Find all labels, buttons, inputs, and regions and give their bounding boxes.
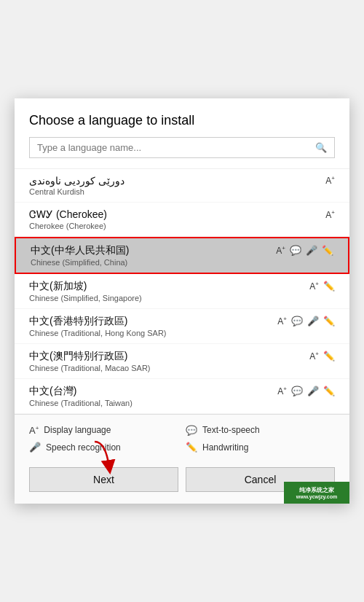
legend-speech-rec: 🎤 Speech recognition	[29, 442, 178, 453]
lang-native-chinese-traditional-macao: 中文(澳門特別行政區)	[29, 350, 127, 363]
lang-item-central-kurdish[interactable]: دورێی کوردیی ناوەندی A+ Central Kurdish	[15, 169, 349, 203]
language-install-dialog: Choose a language to install 🔍 دورێی کور…	[15, 98, 349, 504]
lang-native-chinese-traditional-hk: 中文(香港特別行政區)	[29, 315, 127, 328]
lang-item-cherokee[interactable]: ᏣᎳᎩ (Cherokee) A+ Cherokee (Cherokee)	[15, 203, 349, 237]
lang-english-chinese-traditional-hk: Chinese (Traditional, Hong Kong SAR)	[29, 329, 335, 337]
lang-item-chinese-simplified-china[interactable]: 中文(中华人民共和国) A+💬🎤✏️ Chinese (Simplified, …	[15, 237, 349, 274]
legend-tts-label: Text-to-speech	[202, 425, 260, 435]
speech-icon: 💬	[186, 425, 197, 436]
lang-english-chinese-simplified-china: Chinese (Simplified, China)	[31, 258, 333, 267]
lang-english-central-kurdish: Central Kurdish	[29, 187, 335, 196]
legend-display-label: Display language	[44, 425, 111, 435]
legend-display: A+ Display language	[29, 425, 178, 436]
watermark: 纯净系统之家 www.ycwjzy.com	[284, 482, 349, 504]
legend-speech-label: Speech recognition	[46, 442, 121, 453]
lang-item-chinese-traditional-hk[interactable]: 中文(香港特別行政區) A+💬🎤✏️ Chinese (Traditional,…	[15, 309, 349, 344]
lang-icons-chinese-traditional-taiwan: A+💬🎤✏️	[277, 386, 335, 396]
search-icon: 🔍	[315, 142, 327, 153]
lang-icons-cherokee: A+	[325, 209, 335, 220]
lang-icons-central-kurdish: A+	[325, 175, 335, 186]
lang-native-chinese-simplified-singapore: 中文(新加坡)	[29, 280, 87, 293]
mic-icon: 🎤	[29, 442, 41, 453]
legend-handwriting-label: Handwriting	[202, 442, 248, 453]
watermark-logo: 纯净系统之家 www.ycwjzy.com	[296, 486, 337, 499]
legend-handwriting: ✏️ Handwriting	[186, 442, 335, 453]
dialog-header: Choose a language to install 🔍	[15, 98, 349, 168]
lang-english-chinese-traditional-taiwan: Chinese (Traditional, Taiwan)	[29, 399, 335, 407]
handwriting-icon: ✏️	[186, 442, 197, 453]
font-icon: A+	[29, 425, 39, 436]
lang-english-chinese-simplified-singapore: Chinese (Simplified, Singapore)	[29, 294, 335, 302]
lang-native-cherokee: ᏣᎳᎩ (Cherokee)	[29, 208, 107, 221]
lang-native-central-kurdish: دورێی کوردیی ناوەندی	[29, 175, 124, 187]
dialog-title: Choose a language to install	[29, 113, 335, 128]
lang-icons-chinese-traditional-macao: A+✏️	[309, 351, 335, 361]
legend-section: A+ Display language 💬 Text-to-speech 🎤 S…	[15, 414, 349, 460]
lang-icons-chinese-traditional-hk: A+💬🎤✏️	[277, 316, 335, 327]
lang-english-chinese-traditional-macao: Chinese (Traditional, Macao SAR)	[29, 364, 335, 372]
lang-native-chinese-traditional-taiwan: 中文(台灣)	[29, 385, 76, 398]
next-button[interactable]: Next	[29, 467, 178, 492]
search-input[interactable]	[37, 142, 315, 153]
lang-item-chinese-traditional-taiwan[interactable]: 中文(台灣) A+💬🎤✏️ Chinese (Traditional, Taiw…	[15, 379, 349, 414]
lang-english-cherokee: Cherokee (Cherokee)	[29, 222, 335, 230]
lang-icons-chinese-simplified-china: A+💬🎤✏️	[276, 245, 333, 256]
lang-item-chinese-simplified-singapore[interactable]: 中文(新加坡) A+✏️ Chinese (Simplified, Singap…	[15, 274, 349, 309]
legend-tts: 💬 Text-to-speech	[186, 425, 335, 436]
lang-icons-chinese-simplified-singapore: A+✏️	[309, 281, 335, 292]
lang-item-chinese-traditional-macao[interactable]: 中文(澳門特別行政區) A+✏️ Chinese (Traditional, M…	[15, 344, 349, 379]
search-box[interactable]: 🔍	[29, 137, 335, 158]
lang-native-chinese-simplified-china: 中文(中华人民共和国)	[31, 244, 129, 257]
language-list: دورێی کوردیی ناوەندی A+ Central Kurdish …	[15, 168, 349, 414]
